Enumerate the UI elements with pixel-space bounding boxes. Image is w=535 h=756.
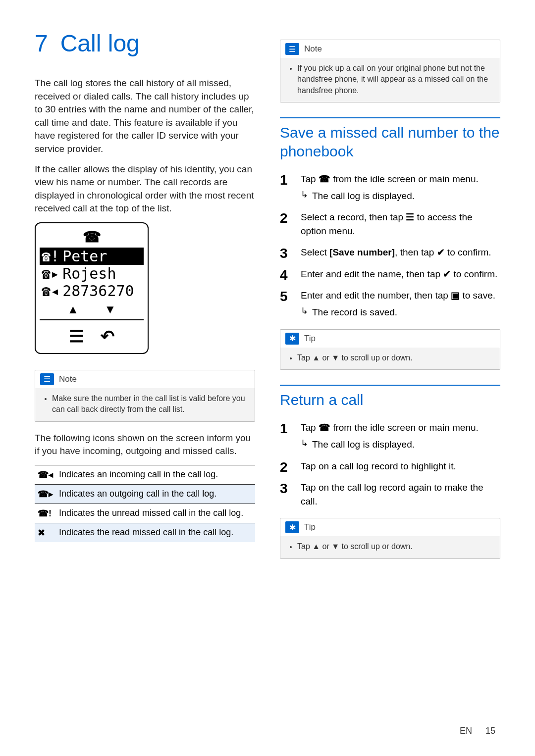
step-b1-result: The call log is displayed. xyxy=(312,438,415,452)
step-b2: Tap on a call log record to highlight it… xyxy=(280,459,500,473)
step-a5-result: The record is saved. xyxy=(312,305,397,319)
tip-icon: ✱ xyxy=(285,333,299,345)
call-log-icon: ☎ xyxy=(319,422,330,433)
tip-icon: ✱ xyxy=(285,521,299,533)
footer-lang: EN xyxy=(460,726,472,736)
phone-screen-illustration: ☎ ☎! Peter ☎▸ Rojesh ☎◂ 28736270 ▲ ▼ ☰ ↶ xyxy=(35,222,149,354)
down-arrow-icon: ▼ xyxy=(105,302,116,316)
table-row: ☎▸ Indicates an outgoing call in the cal… xyxy=(35,484,255,504)
save-number-option: [Save number] xyxy=(329,247,395,257)
missed-unread-icon: ☎! xyxy=(35,504,56,523)
note-label-1: Note xyxy=(59,374,77,384)
phone-bottom-icons: ☰ ↶ xyxy=(40,323,144,349)
menu-icon: ☰ xyxy=(69,326,84,346)
result-arrow-icon: ↳ xyxy=(301,189,308,203)
missed-read-icon: ✖ xyxy=(35,523,56,542)
step-b1: Tap ☎ from the idle screen or main menu.… xyxy=(280,421,500,451)
result-arrow-icon: ↳ xyxy=(301,438,308,452)
icons-intro: The following icons shown on the screen … xyxy=(35,432,255,458)
left-column: 7Call log The call log stores the call h… xyxy=(35,30,255,569)
step-a4: Enter and edit the name, then tap ✔ to c… xyxy=(280,267,500,281)
note-body-1: Make sure the number in the call list is… xyxy=(52,393,248,415)
entry-name-1: Peter xyxy=(62,248,107,265)
phone-entry-3: ☎◂ 28736270 xyxy=(40,282,144,300)
up-arrow-icon: ▲ xyxy=(67,302,79,316)
back-icon: ↶ xyxy=(101,326,114,346)
step-a5: Enter and edit the number, then tap ▣ to… xyxy=(280,289,500,319)
chapter-title-text: Call log xyxy=(60,30,140,56)
right-column: ☰ Note If you pick up a call on your ori… xyxy=(280,30,500,569)
menu-icon: ☰ xyxy=(406,212,414,222)
down-arrow-icon: ▼ xyxy=(331,542,339,551)
save-icon: ▣ xyxy=(451,290,460,301)
step-b3: Tap on the call log record again to make… xyxy=(280,481,500,508)
intro-paragraph-1: The call log stores the call history of … xyxy=(35,77,255,156)
icon-desc-2: Indicates an outgoing call in the call l… xyxy=(56,484,255,504)
table-row: ✖ Indicates the read missed call in the … xyxy=(35,523,255,542)
step-a3: Select [Save number], then tap ✔ to conf… xyxy=(280,246,500,259)
note-callout-2: ☰ Note If you pick up a call on your ori… xyxy=(280,40,500,102)
entry-name-2: Rojesh xyxy=(62,265,116,282)
tip-label-2: Tip xyxy=(304,522,316,532)
page-footer: EN 15 xyxy=(460,726,495,736)
note-icon: ☰ xyxy=(285,43,299,55)
up-arrow-icon: ▲ xyxy=(312,353,320,362)
up-arrow-icon: ▲ xyxy=(312,542,320,551)
section-a-steps: Tap ☎ from the idle screen or main menu.… xyxy=(280,172,500,319)
intro-paragraph-2: If the caller allows the display of his … xyxy=(35,163,255,215)
entry-number-3: 28736270 xyxy=(62,282,134,300)
step-a2: Select a record, then tap ☰ to access th… xyxy=(280,210,500,238)
missed-call-icon: ☎! xyxy=(42,248,59,265)
scroll-arrows: ▲ ▼ xyxy=(54,302,129,316)
confirm-icon: ✔ xyxy=(437,247,445,257)
confirm-icon: ✔ xyxy=(443,269,451,279)
section-b-title: Return a call xyxy=(280,385,500,409)
phone-entry-selected: ☎! Peter xyxy=(40,248,144,265)
call-log-header-icon: ☎ xyxy=(40,228,144,246)
step-a1-result: The call log is displayed. xyxy=(312,189,415,203)
chapter-number: 7 xyxy=(35,30,48,56)
table-row: ☎! Indicates the unread missed call in t… xyxy=(35,504,255,523)
icon-desc-1: Indicates an incoming call in the call l… xyxy=(56,465,255,484)
tip-callout-1: ✱ Tip Tap ▲ or ▼ to scroll up or down. xyxy=(280,329,500,370)
phone-divider xyxy=(40,319,144,320)
incoming-call-icon: ☎◂ xyxy=(42,282,59,300)
tip-label-1: Tip xyxy=(304,334,316,344)
section-b-steps: Tap ☎ from the idle screen or main menu.… xyxy=(280,421,500,508)
icon-legend-table: ☎◂ Indicates an incoming call in the cal… xyxy=(35,465,255,542)
tip-callout-2: ✱ Tip Tap ▲ or ▼ to scroll up or down. xyxy=(280,518,500,558)
call-log-icon: ☎ xyxy=(319,174,330,184)
incoming-call-icon: ☎◂ xyxy=(35,465,56,484)
table-row: ☎◂ Indicates an incoming call in the cal… xyxy=(35,465,255,484)
phone-entry-2: ☎▸ Rojesh xyxy=(40,265,144,282)
down-arrow-icon: ▼ xyxy=(331,353,339,362)
note-label-2: Note xyxy=(304,44,322,54)
tip-body-2: Tap ▲ or ▼ to scroll up or down. xyxy=(297,541,493,552)
note-body-2: If you pick up a call on your original p… xyxy=(297,63,493,96)
outgoing-call-icon: ☎▸ xyxy=(42,265,59,282)
step-a1: Tap ☎ from the idle screen or main menu.… xyxy=(280,172,500,202)
result-arrow-icon: ↳ xyxy=(301,305,308,319)
icon-desc-3: Indicates the unread missed call in the … xyxy=(56,504,255,523)
icon-desc-4: Indicates the read missed call in the ca… xyxy=(56,523,255,542)
section-a-title: Save a missed call number to the phonebo… xyxy=(280,117,500,160)
tip-body-1: Tap ▲ or ▼ to scroll up or down. xyxy=(297,353,493,363)
outgoing-call-icon: ☎▸ xyxy=(35,484,56,504)
footer-page-number: 15 xyxy=(485,726,495,736)
note-callout-1: ☰ Note Make sure the number in the call … xyxy=(35,370,255,422)
chapter-heading: 7Call log xyxy=(35,30,255,57)
note-icon: ☰ xyxy=(40,373,54,385)
